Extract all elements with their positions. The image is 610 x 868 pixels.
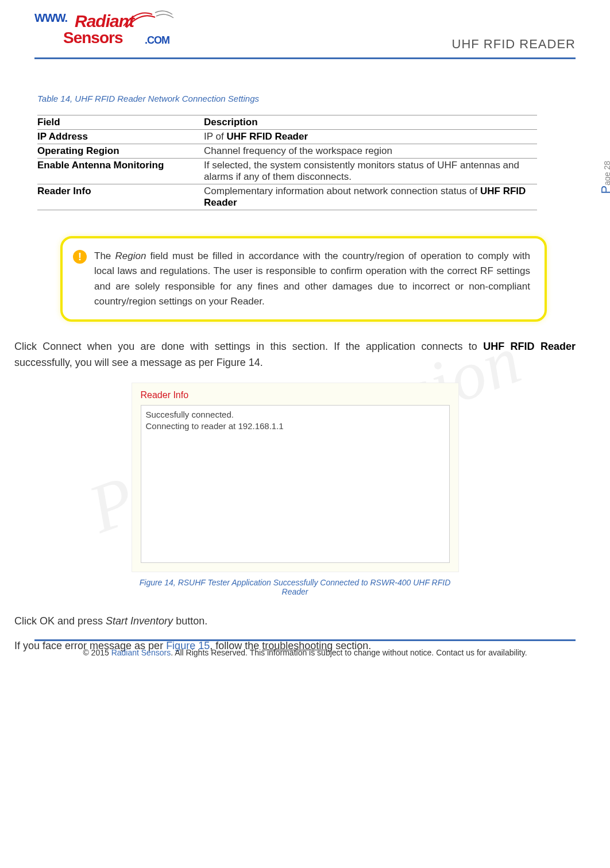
callout-post: field must be filled in accordance with …	[94, 250, 530, 307]
callout-pre: The	[94, 250, 115, 261]
reader-info-textarea: Succesfully connected. Connecting to rea…	[141, 405, 450, 563]
footer-divider	[34, 639, 576, 641]
table-row: Operating Region Channel frequency of th…	[37, 144, 537, 159]
logo-sensors: Sensors	[63, 29, 123, 47]
page-age: age	[603, 170, 610, 186]
p2-pre: Click OK and press	[14, 615, 106, 627]
paragraph-connect: Click Connect when you are done with set…	[14, 339, 576, 371]
cell-field: Reader Info	[37, 184, 204, 210]
cell-field: Operating Region	[37, 144, 204, 159]
desc-text: Channel frequency of the workspace regio…	[204, 145, 392, 156]
table-header-row: Field Description	[37, 115, 537, 130]
col-field: Field	[37, 115, 204, 130]
page-num-value: 28	[603, 161, 610, 170]
page-header: WWW. Radiant Sensors .COM UHF RFID READE…	[0, 0, 610, 57]
col-desc: Description	[204, 115, 537, 130]
footer-text: © 2015 Radiant Sensors. All Rights Reser…	[34, 648, 576, 657]
cell-desc: If selected, the system consistently mon…	[204, 159, 537, 184]
table-caption: Table 14, UHF RFID Reader Network Connec…	[37, 94, 576, 103]
table-row: Enable Antenna Monitoring If selected, t…	[37, 159, 537, 184]
cell-field: Enable Antenna Monitoring	[37, 159, 204, 184]
ri-line2: Connecting to reader at 192.168.1.1	[146, 421, 284, 431]
p1-bold: UHF RFID Reader	[483, 341, 576, 352]
document-title: UHF RFID READER	[452, 37, 576, 52]
footer-pre: © 2015	[83, 648, 111, 657]
brand-logo: WWW. Radiant Sensors .COM	[34, 11, 184, 52]
logo-com: .COM	[145, 34, 169, 47]
desc-text: IP of	[204, 131, 226, 142]
cell-desc: Complementary information about network …	[204, 184, 537, 210]
footer-brand: Radiant Sensors	[111, 648, 171, 657]
cell-desc: Channel frequency of the workspace regio…	[204, 144, 537, 159]
figure-reader-info: Reader Info Succesfully connected. Conne…	[132, 383, 459, 596]
page-footer: © 2015 Radiant Sensors. All Rights Reser…	[34, 639, 576, 657]
desc-text: Complementary information about network …	[204, 186, 480, 196]
warning-callout: ! The Region field must be filled in acc…	[60, 236, 547, 322]
desc-bold: UHF RFID Reader	[226, 131, 308, 142]
warning-icon: !	[73, 250, 87, 264]
cell-field: IP Address	[37, 130, 204, 144]
table-row: IP Address IP of UHF RFID Reader	[37, 130, 537, 144]
p1-post: successfully, you will see a message as …	[14, 357, 263, 368]
p1-pre: Click Connect when you are done with set…	[14, 341, 483, 352]
p2-post: button.	[173, 615, 207, 627]
page-p: P	[599, 186, 610, 194]
table-row: Reader Info Complementary information ab…	[37, 184, 537, 210]
figure-caption: Figure 14, RSUHF Tester Application Succ…	[132, 578, 459, 596]
desc-text: If selected, the system consistently mon…	[204, 160, 519, 182]
paragraph-ok: Click OK and press Start Inventory butto…	[14, 614, 576, 630]
callout-em: Region	[115, 250, 146, 261]
logo-www: WWW.	[34, 11, 67, 25]
ri-line1: Succesfully connected.	[146, 410, 234, 419]
cell-desc: IP of UHF RFID Reader	[204, 130, 537, 144]
settings-table: Field Description IP Address IP of UHF R…	[37, 115, 537, 210]
reader-info-title: Reader Info	[141, 390, 450, 400]
page-number: Page 28	[599, 161, 610, 194]
footer-post: . All Rights Reserved. This information …	[171, 648, 527, 657]
p2-em: Start Inventory	[106, 615, 173, 627]
logo-radiant: Radiant	[75, 11, 134, 31]
reader-info-panel: Reader Info Succesfully connected. Conne…	[132, 383, 459, 572]
